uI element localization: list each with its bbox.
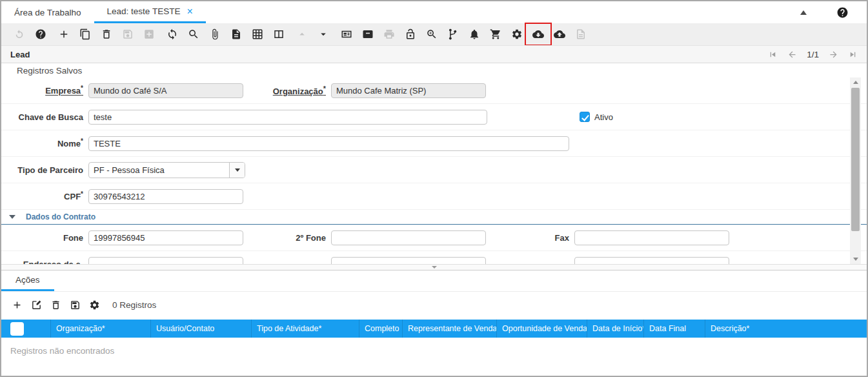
scrollbar-thumb[interactable]	[851, 88, 860, 231]
columns-icon[interactable]	[273, 28, 285, 40]
application-window: Área de Trabalho Lead: teste TESTE × Lea…	[0, 0, 868, 377]
lead-form: Registros Salvos Empresa* Organização* C…	[1, 63, 867, 264]
ativo-checkbox[interactable]	[580, 112, 590, 122]
grid-column-header[interactable]: Data de Início*	[587, 320, 644, 338]
last-page-icon[interactable]	[848, 50, 858, 59]
caret-down-icon[interactable]	[318, 28, 329, 40]
collapse-panel-icon[interactable]	[800, 10, 807, 15]
cloud-download-icon[interactable]	[526, 24, 550, 45]
trash-icon[interactable]	[101, 28, 112, 40]
grid-column-header[interactable]: Usuário/Contato	[151, 320, 252, 338]
cpf-label: CPF*	[1, 190, 83, 201]
save-icon	[122, 28, 134, 40]
grid-column-header[interactable]: Data Final	[644, 320, 705, 338]
id-card-icon[interactable]	[341, 28, 352, 40]
segundo-fone-input[interactable]	[331, 230, 486, 245]
archive-icon[interactable]	[362, 28, 374, 40]
tipo-de-parceiro-select[interactable]: PF - Pessoa Física	[88, 162, 245, 178]
tab-lead-teste[interactable]: Lead: teste TESTE ×	[94, 1, 206, 23]
page-title: Lead	[1, 50, 30, 59]
tab-label: Área de Trabalho	[14, 8, 81, 17]
lead-header-bar: Lead 1/1	[1, 45, 867, 63]
grid-column-header[interactable]: Completo	[359, 320, 403, 338]
form-row-nome: Nome*	[1, 130, 867, 157]
help-icon[interactable]	[836, 6, 849, 19]
saved-records-label: Registros Salvos	[1, 63, 867, 77]
form-row-tipo-de-parceiro: Tipo de Parceiro PF - Pessoa Física	[1, 157, 867, 183]
organizacao-input[interactable]	[331, 83, 486, 98]
fone-input[interactable]	[88, 230, 243, 245]
grid-checkbox-cell	[1, 320, 51, 338]
table-icon[interactable]	[252, 28, 263, 40]
scroll-down-icon[interactable]	[850, 254, 861, 264]
file-text-icon[interactable]	[230, 28, 242, 40]
nome-input[interactable]	[88, 136, 569, 151]
edit-icon[interactable]	[31, 300, 42, 311]
form-row-cpf: CPF*	[1, 183, 867, 210]
undo-icon	[14, 28, 25, 40]
form-row-fone: Fone 2º Fone Fax	[1, 225, 867, 251]
first-page-icon[interactable]	[768, 50, 778, 59]
nome-label: Nome*	[1, 138, 83, 148]
refresh-icon[interactable]	[167, 28, 178, 40]
save-icon[interactable]	[70, 300, 81, 311]
section-dados-do-contrato[interactable]: Dados do Contrato	[1, 210, 867, 225]
ativo-label: Ativo	[594, 112, 613, 122]
search-icon[interactable]	[188, 28, 199, 40]
organizacao-label: Organização*	[254, 85, 326, 96]
plus-icon[interactable]	[58, 28, 70, 40]
paperclip-icon[interactable]	[209, 28, 221, 40]
branch-icon[interactable]	[447, 28, 459, 40]
grid-column-header[interactable]: Oportunidade de Vendas	[497, 320, 587, 338]
dropdown-button[interactable]	[229, 163, 245, 178]
section-title: Dados do Contrato	[26, 212, 96, 221]
printer-icon	[383, 28, 395, 40]
fone-label: Fone	[1, 233, 83, 243]
form-row-empresa: Empresa* Organização*	[1, 77, 867, 104]
grid-column-header[interactable]: Organização*	[51, 320, 151, 338]
records-count: 0 Registros	[112, 300, 156, 310]
previous-page-icon[interactable]	[787, 50, 797, 59]
segundo-fone-label: 2º Fone	[254, 233, 326, 243]
scroll-up-icon[interactable]	[850, 77, 861, 87]
cart-icon[interactable]	[490, 28, 501, 40]
gear-icon[interactable]	[511, 28, 523, 40]
tipo-de-parceiro-value: PF - Pessoa Física	[89, 163, 229, 178]
zoom-in-icon[interactable]	[426, 28, 438, 40]
empresa-input[interactable]	[88, 83, 243, 98]
trash-icon[interactable]	[50, 300, 61, 311]
endereco-email-label: Endereço de e-	[1, 260, 83, 264]
plus-icon[interactable]	[12, 300, 23, 311]
section-collapse-icon	[9, 215, 15, 219]
tab-acoes[interactable]: Ações	[1, 270, 54, 291]
actions-panel: Ações 0 Registros Organização*Usuário/Co…	[1, 270, 867, 376]
tab-label: Ações	[15, 275, 40, 285]
extra-input[interactable]	[574, 257, 729, 264]
page-indicator: 1/1	[807, 50, 819, 59]
grid-column-header[interactable]: Representante de Vendas	[403, 320, 497, 338]
select-all-checkbox[interactable]	[10, 322, 24, 336]
splitter-handle-icon	[432, 266, 437, 269]
gear-icon[interactable]	[89, 300, 100, 311]
tab-area-de-trabalho[interactable]: Área de Trabalho	[1, 1, 94, 23]
extra-input[interactable]	[331, 257, 486, 264]
help-icon[interactable]	[35, 28, 46, 40]
cloud-upload-icon[interactable]	[554, 28, 565, 40]
fax-input[interactable]	[574, 230, 729, 245]
vertical-scrollbar[interactable]	[850, 77, 861, 264]
file-outline-icon	[575, 28, 587, 40]
bell-icon[interactable]	[469, 28, 480, 40]
panel-splitter[interactable]	[1, 264, 867, 270]
plus-square-icon	[143, 28, 155, 40]
chave-de-busca-label: Chave de Busca	[1, 112, 83, 122]
close-icon[interactable]: ×	[187, 6, 192, 17]
next-page-icon[interactable]	[829, 50, 838, 59]
unlock-icon[interactable]	[405, 28, 416, 40]
copy-icon[interactable]	[79, 28, 91, 40]
cpf-input[interactable]	[88, 189, 243, 204]
grid-column-header[interactable]: Tipo de Atividade*	[252, 320, 359, 338]
chave-de-busca-input[interactable]	[88, 110, 487, 125]
endereco-email-input[interactable]	[88, 257, 243, 264]
tipo-de-parceiro-label: Tipo de Parceiro	[1, 165, 83, 175]
grid-column-header[interactable]: Descrição*	[705, 320, 867, 338]
